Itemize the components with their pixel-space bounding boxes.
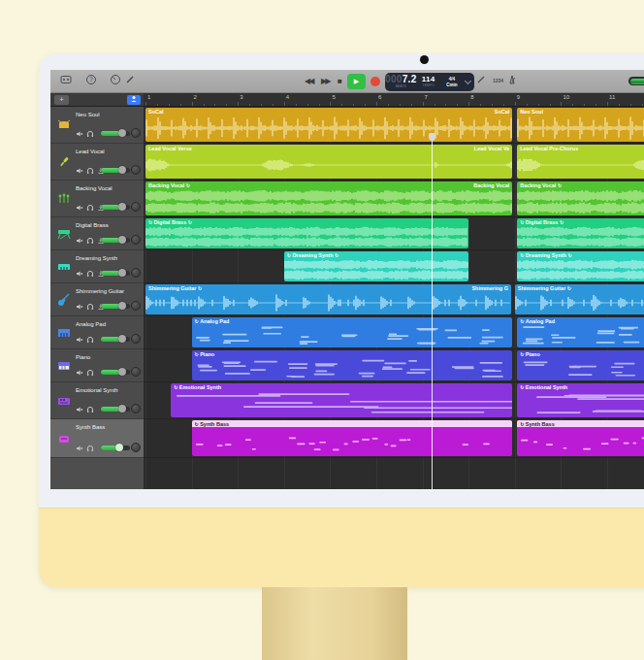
pan-knob[interactable] xyxy=(131,334,141,344)
volume-knob[interactable] xyxy=(118,368,126,376)
volume-slider[interactable] xyxy=(101,271,130,276)
solo-button[interactable] xyxy=(86,264,94,281)
track-header-dreaming-synth[interactable]: Dreaming Synth xyxy=(50,250,144,283)
track-header-piano[interactable]: Piano xyxy=(50,349,144,382)
metronome-icon[interactable] xyxy=(504,74,520,89)
mute-button[interactable] xyxy=(76,231,83,248)
volume-slider[interactable] xyxy=(101,238,130,243)
add-track-button[interactable]: + xyxy=(54,95,69,105)
solo-button[interactable] xyxy=(86,124,94,142)
region[interactable]: Shimmering Guitar ↻ xyxy=(515,284,644,314)
mute-button[interactable] xyxy=(76,400,83,417)
region[interactable]: ↻ Emotional Synth xyxy=(171,383,512,417)
mute-button[interactable] xyxy=(76,330,83,347)
volume-knob[interactable] xyxy=(118,166,126,174)
track-header-synth-bass[interactable]: Synth Bass xyxy=(50,419,144,458)
media-browser-icon[interactable] xyxy=(58,74,74,89)
region[interactable]: ↻ Synth Bass xyxy=(517,420,644,456)
forward-button[interactable]: ▶▶ xyxy=(321,76,329,87)
region[interactable]: Backing Vocal ↻Backing Vocal xyxy=(145,182,512,215)
timeline-row[interactable]: SoCalSoCalNeo Soul xyxy=(144,107,644,144)
pan-knob[interactable] xyxy=(131,235,141,245)
volume-knob[interactable] xyxy=(118,129,126,137)
region[interactable]: ↻ Digital Brass ↻ xyxy=(145,218,468,248)
volume-slider[interactable] xyxy=(101,337,130,342)
region[interactable]: ↻ Piano xyxy=(192,350,513,380)
timeline-row[interactable]: ↻ Dreaming Synth ↻↻ Dreaming Synth ↻ xyxy=(144,250,644,283)
timeline-ruler[interactable]: 1234567891011 xyxy=(144,93,644,107)
quick-help-icon[interactable]: ? xyxy=(83,74,99,89)
volume-slider[interactable] xyxy=(101,446,130,450)
mute-button[interactable] xyxy=(76,124,83,142)
pan-knob[interactable] xyxy=(131,443,141,452)
solo-button[interactable] xyxy=(86,439,94,456)
region[interactable]: Backing Vocal ↻ xyxy=(517,182,644,215)
volume-slider[interactable] xyxy=(101,370,130,375)
chevron-down-icon[interactable] xyxy=(465,78,471,84)
solo-button[interactable] xyxy=(86,161,94,179)
mute-button[interactable] xyxy=(76,264,83,281)
region[interactable]: ↻ Digital Brass ↻ xyxy=(517,218,644,248)
volume-knob[interactable] xyxy=(118,302,126,310)
volume-knob[interactable] xyxy=(115,444,123,451)
solo-button[interactable] xyxy=(86,198,94,215)
region[interactable]: Neo Soul xyxy=(517,108,644,142)
lcd-display[interactable]: 0007.2 BEATS 114 TEMPO 4/4 Cmin xyxy=(385,73,474,91)
region[interactable]: ↻ Dreaming Synth ↻ xyxy=(284,251,468,281)
timeline-row[interactable]: ↻ Digital Brass ↻↻ Digital Brass ↻ xyxy=(144,217,644,250)
volume-knob[interactable] xyxy=(118,335,126,343)
automation-pencil-icon[interactable] xyxy=(473,74,489,89)
volume-slider[interactable] xyxy=(101,168,130,173)
record-button[interactable] xyxy=(370,77,380,86)
editor-pencil-icon[interactable] xyxy=(122,74,138,89)
solo-button[interactable] xyxy=(86,231,94,248)
mute-button[interactable] xyxy=(76,198,83,215)
track-header-neo-soul[interactable]: Neo Soul xyxy=(50,107,144,144)
timeline-row[interactable]: Backing Vocal ↻Backing VocalBacking Voca… xyxy=(144,181,644,217)
volume-slider[interactable] xyxy=(101,131,130,136)
region[interactable]: ↻ Synth Bass xyxy=(192,420,513,456)
track-header-shimmering-guitar[interactable]: Shimmering Guitar xyxy=(50,283,144,316)
volume-knob[interactable] xyxy=(118,203,126,211)
region[interactable]: ↻ Dreaming Synth ↻ xyxy=(517,251,644,281)
pan-knob[interactable] xyxy=(131,165,141,175)
track-header-backing-vocal[interactable]: Backing Vocal xyxy=(50,181,144,217)
track-header-emotional-synth[interactable]: Emotional Synth xyxy=(50,382,144,419)
pan-knob[interactable] xyxy=(131,268,141,278)
smart-controls-icon[interactable] xyxy=(108,74,123,89)
playhead-line[interactable] xyxy=(432,136,433,489)
play-button[interactable]: ▶ xyxy=(347,74,366,89)
volume-knob[interactable] xyxy=(118,405,126,412)
volume-knob[interactable] xyxy=(118,236,126,244)
solo-button[interactable] xyxy=(86,297,94,314)
pan-knob[interactable] xyxy=(131,367,141,377)
region[interactable]: ↻ Emotional Synth xyxy=(517,383,644,417)
timeline-row[interactable]: ↻ Synth Bass↻ Synth Bass xyxy=(144,419,644,458)
timeline-row[interactable]: ↻ Piano↻ Piano xyxy=(144,349,644,382)
region[interactable]: ↻ Analog Pad xyxy=(517,317,644,347)
mute-button[interactable] xyxy=(76,297,83,314)
volume-slider[interactable] xyxy=(101,407,130,412)
region[interactable]: ↻ Piano xyxy=(517,350,644,380)
track-header-lead-vocal[interactable]: Lead Vocal xyxy=(50,144,144,181)
timeline-row[interactable]: ↻ Analog Pad↻ Analog Pad xyxy=(144,316,644,349)
track-header-analog-pad[interactable]: Analog Pad xyxy=(50,316,144,349)
stop-button[interactable]: ■ xyxy=(338,76,342,87)
rewind-button[interactable]: ◀◀ xyxy=(305,76,312,87)
solo-button[interactable] xyxy=(86,330,94,347)
volume-knob[interactable] xyxy=(118,269,126,277)
pan-knob[interactable] xyxy=(131,404,141,413)
solo-button[interactable] xyxy=(86,400,94,417)
region[interactable]: ↻ Analog Pad xyxy=(192,317,513,347)
region[interactable]: SoCalSoCal xyxy=(145,108,512,142)
timeline-row[interactable]: ↻ Emotional Synth↻ Emotional Synth xyxy=(144,382,644,419)
volume-slider[interactable] xyxy=(101,205,130,210)
mute-button[interactable] xyxy=(76,439,83,456)
region[interactable]: Lead Vocal Pre-Chorus xyxy=(517,145,644,179)
timeline-row[interactable]: Shimmering Guitar ↻Shimmering GShimmerin… xyxy=(144,283,644,316)
timeline-row[interactable]: Lead Vocal VerseLead Vocal VeLead Vocal … xyxy=(144,144,644,181)
pan-knob[interactable] xyxy=(131,202,141,212)
mute-button[interactable] xyxy=(76,363,83,380)
pan-knob[interactable] xyxy=(131,128,141,138)
region[interactable]: Shimmering Guitar ↻Shimmering G xyxy=(145,284,511,314)
